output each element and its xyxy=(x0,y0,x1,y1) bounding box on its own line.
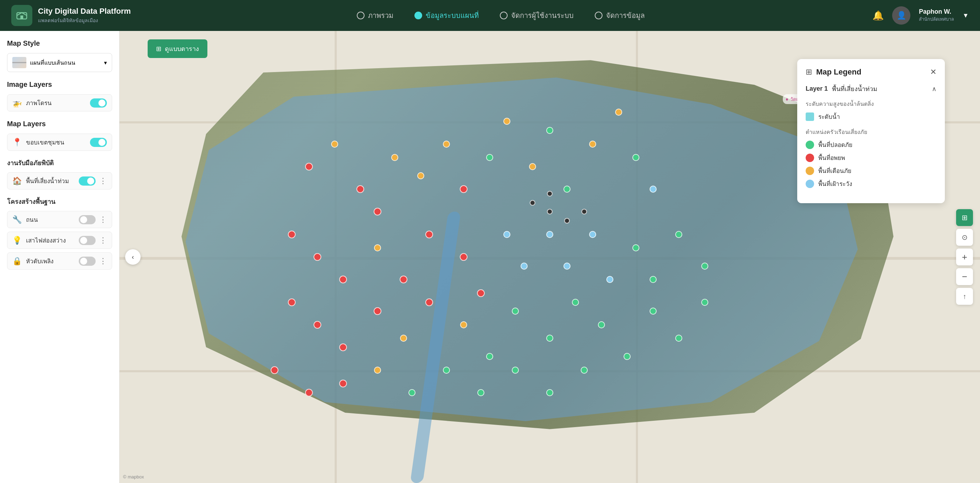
nav-item-data-management[interactable]: จัดการข้อมูล xyxy=(595,10,645,21)
streetlight-toggle[interactable] xyxy=(79,236,95,245)
emergency-section-title: งานรับมือภัยพิบัติ xyxy=(7,158,112,168)
svg-rect-1 xyxy=(21,16,23,19)
road-icon: 🔧 xyxy=(12,215,22,224)
water-level-label: ระดับน้ำ xyxy=(818,112,840,121)
map-dot xyxy=(512,308,519,315)
logo-icon xyxy=(11,5,32,26)
image-layers-section-title: Image Layers xyxy=(7,81,112,89)
zoom-out-button[interactable]: − xyxy=(956,268,973,285)
legend-item-evacuate: พื้นที่อพยพ xyxy=(806,153,936,162)
road-toggle[interactable] xyxy=(79,215,95,224)
map-dot xyxy=(530,200,535,206)
table-view-icon: ⊞ xyxy=(156,45,161,53)
legend-title: Map Legend xyxy=(816,67,861,76)
map-dot xyxy=(581,209,587,214)
legend-section2: ตำแหน่งครัวเรือนเสี่ยงภัย พื้นที่ปลอดภัย… xyxy=(806,128,936,188)
water-level-swatch xyxy=(806,113,814,121)
map-dot xyxy=(460,185,468,193)
map-dot xyxy=(339,276,347,283)
map-dot xyxy=(486,353,493,360)
notification-bell-icon[interactable]: 🔔 xyxy=(872,10,884,21)
map-style-select[interactable]: แผนที่แบบเส้นถนน ▾ xyxy=(7,53,112,72)
legend-item-warn: พื้นที่เตือนภัย xyxy=(806,166,936,175)
emergency-layer-flood-left: 🏠 พื้นที่เสี่ยงน้ำท่วม xyxy=(12,176,69,186)
map-dot xyxy=(409,389,415,396)
legend-layer-label: Layer 1 พื้นที่เสี่ยงน้ำท่วม xyxy=(806,84,877,94)
fire-menu-icon[interactable]: ⋮ xyxy=(99,257,107,266)
user-info: Paphon W. สำนักปลัดเทศบาล xyxy=(919,8,954,23)
map-container[interactable]: ♦ วัดเวฬุวนาราม ‹ ⊞ ดูแบบตาราง ⊞ Map Leg… xyxy=(119,31,980,483)
nav-circle-user-management xyxy=(500,12,508,19)
legend-close-button[interactable]: ✕ xyxy=(930,67,936,76)
drone-toggle[interactable] xyxy=(90,99,107,108)
legend-collapse-icon[interactable]: ∧ xyxy=(932,85,936,93)
map-dot xyxy=(270,366,278,374)
map-dot xyxy=(460,321,467,328)
map-dot xyxy=(606,276,613,283)
map-dot xyxy=(400,276,407,283)
user-dropdown-icon[interactable]: ▼ xyxy=(963,12,969,19)
road-layer-right: ⋮ xyxy=(79,215,107,224)
logo-text: City Digital Data Platform แพลตฟอร์มดิจิ… xyxy=(38,7,131,24)
safe-label: พื้นที่ปลอดภัย xyxy=(818,140,853,149)
table-view-button[interactable]: ⊞ ดูแบบตาราง xyxy=(148,40,207,58)
legend-toggle-button[interactable]: ⊞ xyxy=(956,209,973,226)
location-button[interactable]: ⊙ xyxy=(956,229,973,246)
fire-toggle[interactable] xyxy=(79,257,95,266)
legend-layer-name: พื้นที่เสี่ยงน้ำท่วม xyxy=(832,84,877,94)
flood-menu-icon[interactable]: ⋮ xyxy=(99,176,107,186)
nav-circle-data-management xyxy=(595,12,603,19)
image-layer-drone-left: 🚁 ภาพโดรน xyxy=(12,98,52,108)
map-dot xyxy=(546,335,553,342)
road-menu-icon[interactable]: ⋮ xyxy=(99,215,107,224)
legend-layer-num: Layer 1 xyxy=(806,85,828,92)
zoom-in-button[interactable]: + xyxy=(956,248,973,265)
fire-hydrant-icon: 🔒 xyxy=(12,257,22,266)
nav-item-user-management[interactable]: จัดการผู้ใช้งานระบบ xyxy=(500,10,574,21)
streetlight-layer-right: ⋮ xyxy=(79,236,107,245)
compass-button[interactable]: ↑ xyxy=(956,288,973,305)
map-dot xyxy=(624,353,631,360)
infra-layer-fire-left: 🔒 หัวดับเพลิง xyxy=(12,256,53,266)
map-dot xyxy=(632,244,640,251)
map-dot xyxy=(589,141,596,148)
map-style-thumbnail xyxy=(12,57,26,68)
legend-title-row: ⊞ Map Legend xyxy=(806,67,861,76)
header: City Digital Data Platform แพลตฟอร์มดิจิ… xyxy=(0,0,980,31)
watch-swatch xyxy=(806,180,814,188)
map-dot xyxy=(649,308,657,315)
map-dot xyxy=(374,208,381,216)
drone-icon: 🚁 xyxy=(12,99,22,108)
right-toolbar: ⊞ ⊙ + − ↑ xyxy=(956,209,973,305)
map-dot xyxy=(374,244,381,251)
map-dot xyxy=(675,231,682,238)
map-style-value: แผนที่แบบเส้นถนน xyxy=(30,58,75,67)
nav-circle-overview xyxy=(357,12,364,19)
map-dot xyxy=(477,289,485,297)
map-dot xyxy=(649,186,657,193)
image-layer-drone: 🚁 ภาพโดรน xyxy=(7,94,112,111)
map-dot xyxy=(339,380,347,388)
infra-layer-streetlight-left: 💡 เสาไฟส่องสว่าง xyxy=(12,235,66,245)
flood-toggle[interactable] xyxy=(79,176,95,186)
nav-item-overview[interactable]: ภาพรวม xyxy=(357,10,393,21)
evacuate-swatch xyxy=(806,154,814,162)
map-layer-community: 📍 ขอบเขตชุมชน xyxy=(7,133,112,151)
nav-item-map-data[interactable]: ข้อมูลระบบแผนที่ xyxy=(414,10,479,21)
map-dot xyxy=(675,335,682,342)
sidebar: Map Style แผนที่แบบเส้นถนน ▾ Image Layer… xyxy=(0,31,119,483)
map-dot xyxy=(460,253,468,261)
map-dot xyxy=(425,230,433,238)
map-dot xyxy=(288,230,296,238)
watch-label: พื้นที่เฝ้าระวัง xyxy=(818,179,852,188)
map-dot xyxy=(598,321,605,328)
map-dot xyxy=(331,141,338,148)
collapse-sidebar-button[interactable]: ‹ xyxy=(125,249,141,265)
logo: City Digital Data Platform แพลตฟอร์มดิจิ… xyxy=(11,5,131,26)
streetlight-icon: 💡 xyxy=(12,236,22,245)
community-toggle[interactable] xyxy=(90,138,107,147)
warn-label: พื้นที่เตือนภัย xyxy=(818,166,851,175)
streetlight-menu-icon[interactable]: ⋮ xyxy=(99,236,107,245)
map-dot xyxy=(417,172,424,179)
road-label: ถนน xyxy=(26,215,38,224)
